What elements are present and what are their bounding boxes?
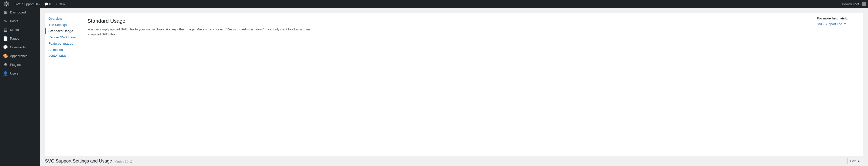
sidebar-item-users[interactable]: 👤 Users [0, 69, 40, 78]
sidebar-item-media[interactable]: ▤ Media [0, 26, 40, 34]
plugins-icon: ⚙ [3, 62, 8, 67]
subnav-item-donations[interactable]: DONATIONS [45, 53, 80, 59]
admin-sidebar: ⊞ Dashboard ✎ Posts ▤ Media 📄 Pages 💬 Co… [0, 8, 40, 166]
comment-bubble-icon: 💬 [44, 2, 48, 6]
subnav-item-standard-usage[interactable]: Standard Usage [45, 28, 80, 34]
sidebar-item-appearance-label: Appearance [10, 54, 28, 58]
content-title: Standard Usage [88, 18, 806, 24]
site-name-label: SVG Support Dev [14, 2, 40, 6]
adminbar-left: SVG Support Dev 💬 0 + New [2, 0, 840, 8]
help-label: For more help, visit: [817, 16, 860, 20]
help-button-label: Help [850, 159, 856, 163]
sidebar-item-comments-label: Comments [10, 45, 26, 49]
sidebar-item-plugins[interactable]: ⚙ Plugins [0, 60, 40, 69]
sidebar-item-appearance[interactable]: 🎨 Appearance [0, 52, 40, 60]
help-button[interactable]: Help ▲ [847, 158, 863, 164]
footer-title-area: SVG Support Settings and Usage Version 2… [45, 159, 132, 164]
footer-title: SVG Support Settings and Usage [45, 159, 112, 164]
sidebar-item-pages[interactable]: 📄 Pages [0, 34, 40, 43]
subnav-item-the-settings[interactable]: The Settings [45, 22, 80, 28]
sidebar-item-users-label: Users [10, 72, 19, 75]
help-arrow-icon: ▲ [857, 159, 860, 163]
wp-footer: SVG Support Settings and Usage Version 2… [40, 156, 868, 166]
sidebar-item-media-label: Media [10, 28, 19, 32]
article-content: Standard Usage You can simply upload SVG… [80, 13, 813, 156]
wp-admin: ⊞ Dashboard ✎ Posts ▤ Media 📄 Pages 💬 Co… [0, 8, 868, 166]
svg-support-forum-link[interactable]: SVG Support Forum [817, 22, 846, 26]
sidebar-item-dashboard-label: Dashboard [10, 10, 26, 14]
content-body: You can simply upload SVG files to your … [88, 27, 312, 37]
adminbar-right: Howdy, root [840, 2, 866, 6]
subnav-item-overview[interactable]: Overview [45, 15, 80, 22]
adminbar-site-name[interactable]: SVG Support Dev [11, 0, 42, 8]
media-icon: ▤ [3, 28, 8, 32]
user-avatar [862, 2, 866, 6]
sub-navigation: Overview The Settings Standard Usage Ren… [45, 13, 80, 156]
comments-icon: 💬 [3, 45, 8, 50]
plus-icon: + [55, 2, 58, 6]
footer-version: Version 2.3.12 [115, 160, 132, 163]
adminbar-wp-logo[interactable] [2, 0, 11, 8]
subnav-item-featured-images[interactable]: Featured Images [45, 40, 80, 47]
main-content-area: Overview The Settings Standard Usage Ren… [40, 8, 868, 166]
sidebar-item-plugins-label: Plugins [10, 63, 21, 67]
sidebar-item-comments[interactable]: 💬 Comments [0, 43, 40, 52]
subnav-list: Overview The Settings Standard Usage Ren… [45, 15, 80, 59]
adminbar-comments[interactable]: 💬 0 [42, 0, 53, 8]
sidebar-item-posts-label: Posts [10, 19, 18, 23]
admin-bar: SVG Support Dev 💬 0 + New Howdy, root [0, 0, 868, 8]
users-icon: 👤 [3, 71, 8, 76]
sidebar-item-pages-label: Pages [10, 37, 19, 40]
appearance-icon: 🎨 [3, 53, 8, 58]
dashboard-icon: ⊞ [3, 10, 8, 15]
right-sidebar: For more help, visit: SVG Support Forum [813, 13, 863, 156]
howdy-text: Howdy, root [840, 2, 861, 6]
comments-count: 0 [49, 2, 51, 6]
pages-icon: 📄 [3, 36, 8, 41]
sidebar-item-dashboard[interactable]: ⊞ Dashboard [0, 8, 40, 17]
content-wrap: Overview The Settings Standard Usage Ren… [45, 13, 863, 156]
posts-icon: ✎ [3, 19, 8, 24]
sidebar-item-posts[interactable]: ✎ Posts [0, 17, 40, 26]
wordpress-icon [4, 1, 9, 6]
adminbar-new[interactable]: + New [53, 0, 67, 8]
admin-menu: ⊞ Dashboard ✎ Posts ▤ Media 📄 Pages 💬 Co… [0, 8, 40, 78]
subnav-item-animation[interactable]: Animation [45, 47, 80, 53]
new-label: New [59, 2, 65, 6]
subnav-item-render-svg-inline[interactable]: Render SVG Inline [45, 34, 80, 40]
